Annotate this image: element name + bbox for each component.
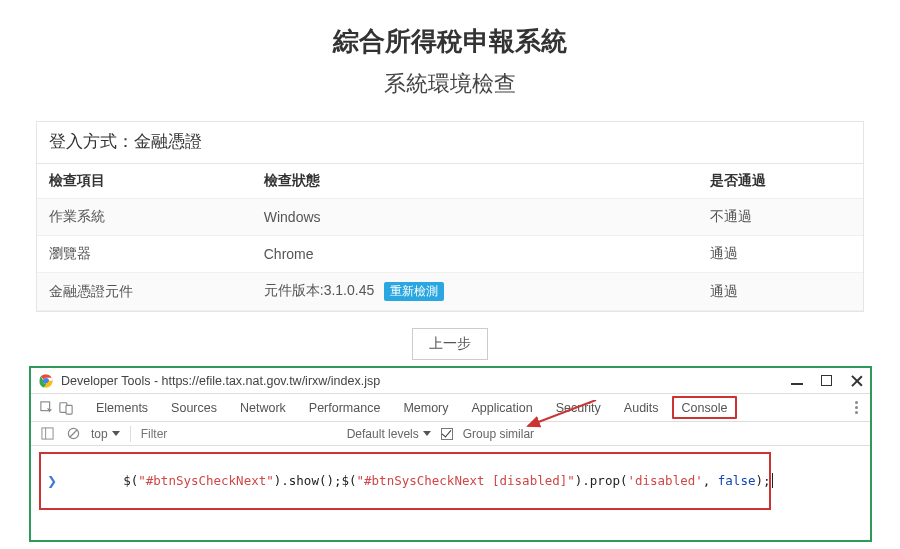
login-method-label: 登入方式：金融憑證 — [37, 122, 863, 164]
group-similar-label: Group similar — [463, 427, 534, 441]
tab-network[interactable]: Network — [230, 395, 296, 420]
devtools-title: Developer Tools - https://efile.tax.nat.… — [61, 374, 791, 388]
page-subtitle: 系統環境檢查 — [0, 69, 900, 99]
col-header-status: 檢查狀態 — [252, 164, 698, 199]
col-header-pass: 是否通過 — [698, 164, 863, 199]
device-toggle-icon[interactable] — [58, 400, 74, 416]
env-check-table: 檢查項目 檢查狀態 是否通過 作業系統 Windows 不通過 瀏覽器 Chro… — [37, 164, 863, 311]
previous-step-button[interactable]: 上一步 — [412, 328, 488, 360]
console-filterbar: top Default levels Group similar — [31, 422, 870, 446]
table-row: 瀏覽器 Chrome 通過 — [37, 236, 863, 273]
console-filter-input[interactable] — [141, 427, 321, 441]
window-minimize-button[interactable] — [791, 383, 803, 385]
clear-console-icon[interactable] — [65, 426, 81, 442]
col-header-item: 檢查項目 — [37, 164, 252, 199]
tab-audits[interactable]: Audits — [614, 395, 669, 420]
tab-security[interactable]: Security — [546, 395, 611, 420]
cell-pass: 通過 — [698, 273, 863, 311]
cell-pass: 通過 — [698, 236, 863, 273]
tab-console[interactable]: Console — [672, 396, 738, 419]
cell-item: 作業系統 — [37, 199, 252, 236]
cell-status: Chrome — [252, 236, 698, 273]
tab-memory[interactable]: Memory — [393, 395, 458, 420]
table-row: 作業系統 Windows 不通過 — [37, 199, 863, 236]
env-check-panel: 登入方式：金融憑證 檢查項目 檢查狀態 是否通過 作業系統 Windows 不通… — [36, 121, 864, 312]
inspect-icon[interactable] — [39, 400, 55, 416]
chrome-icon — [39, 374, 53, 388]
window-maximize-button[interactable] — [821, 375, 832, 386]
cell-status: 元件版本:3.1.0.45 重新檢測 — [252, 273, 698, 311]
more-options-icon[interactable] — [854, 401, 858, 414]
console-sidebar-toggle-icon[interactable] — [39, 426, 55, 442]
window-close-button[interactable] — [850, 374, 864, 388]
console-input[interactable]: ❯ $("#btnSysCheckNext").show();$("#btnSy… — [39, 452, 771, 510]
group-similar-checkbox[interactable] — [441, 428, 453, 440]
table-row: 金融憑證元件 元件版本:3.1.0.45 重新檢測 通過 — [37, 273, 863, 311]
tab-performance[interactable]: Performance — [299, 395, 391, 420]
tab-sources[interactable]: Sources — [161, 395, 227, 420]
devtools-window: Developer Tools - https://efile.tax.nat.… — [29, 366, 872, 542]
cell-status: Windows — [252, 199, 698, 236]
tab-elements[interactable]: Elements — [86, 395, 158, 420]
cell-pass: 不通過 — [698, 199, 863, 236]
svg-line-9 — [69, 430, 76, 437]
context-selector[interactable]: top — [91, 427, 120, 441]
svg-rect-6 — [41, 428, 52, 439]
tab-application[interactable]: Application — [462, 395, 543, 420]
cell-item: 瀏覽器 — [37, 236, 252, 273]
cell-item: 金融憑證元件 — [37, 273, 252, 311]
console-prompt-icon: ❯ — [47, 474, 57, 488]
recheck-button[interactable]: 重新檢測 — [384, 282, 444, 301]
svg-rect-5 — [66, 405, 72, 414]
log-levels-selector[interactable]: Default levels — [347, 427, 431, 441]
svg-point-2 — [44, 378, 49, 383]
console-body: ❯ $("#btnSysCheckNext").show();$("#btnSy… — [31, 446, 870, 516]
devtools-tabs: Elements Sources Network Performance Mem… — [31, 394, 870, 422]
page-title: 綜合所得稅申報系統 — [0, 24, 900, 59]
devtools-titlebar: Developer Tools - https://efile.tax.nat.… — [31, 368, 870, 394]
